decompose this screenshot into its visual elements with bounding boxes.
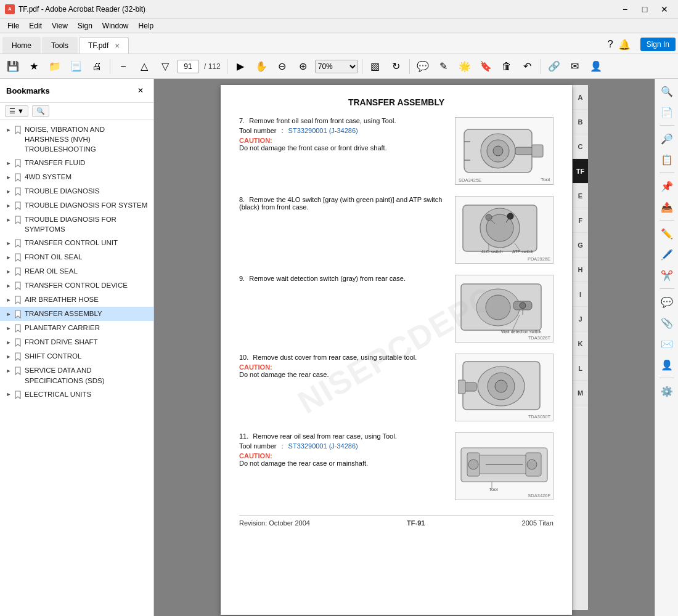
stamp-button[interactable]: 🔖 bbox=[476, 57, 495, 76]
side-letter-tf[interactable]: TF bbox=[573, 159, 588, 184]
sidebar-search-button[interactable]: 🔍 bbox=[32, 105, 49, 117]
bookmark-icon bbox=[14, 187, 22, 197]
open-button[interactable]: 📁 bbox=[46, 57, 64, 76]
sidebar-view-button[interactable]: ☰ ▼ bbox=[5, 105, 28, 117]
bookmark-item[interactable]: ► TRANSFER CONTROL DEVICE bbox=[0, 278, 153, 293]
undo-button[interactable]: ↶ bbox=[518, 57, 537, 76]
tab-tfpdf[interactable]: TF.pdf ✕ bbox=[79, 37, 129, 54]
star-button[interactable]: ★ bbox=[25, 57, 43, 76]
side-letter-l[interactable]: L bbox=[573, 356, 588, 381]
menu-file[interactable]: File bbox=[2, 20, 24, 31]
bookmark-icon bbox=[14, 390, 22, 400]
bookmark-item[interactable]: ► TRANSFER CONTROL UNIT bbox=[0, 236, 153, 250]
print-button[interactable]: 🖨 bbox=[88, 57, 106, 76]
bookmark-item[interactable]: ► AIR BREATHER HOSE bbox=[0, 293, 153, 307]
link-button[interactable]: 🔗 bbox=[545, 57, 563, 76]
tab-tools[interactable]: Tools bbox=[42, 37, 78, 54]
zoom-select[interactable]: 70% 50% 75% 100% 125% 150% bbox=[315, 60, 358, 73]
bookmark-item[interactable]: ► PLANETARY CARRIER bbox=[0, 321, 153, 335]
side-letter-g[interactable]: G bbox=[573, 233, 588, 257]
menu-sign[interactable]: Sign bbox=[73, 20, 97, 31]
select-tool-button[interactable]: ▶ bbox=[231, 57, 250, 76]
bookmark-item[interactable]: ► NOISE, VIBRATION AND HARSHNESS (NVH) T… bbox=[0, 123, 153, 156]
right-mail-btn[interactable]: ✉️ bbox=[657, 334, 677, 354]
side-letter-i[interactable]: I bbox=[573, 282, 588, 307]
delete-button[interactable]: 🗑 bbox=[497, 57, 516, 76]
right-comment-btn[interactable]: 💬 bbox=[657, 292, 677, 312]
menu-help[interactable]: Help bbox=[134, 20, 159, 31]
right-settings-btn[interactable]: ⚙️ bbox=[657, 381, 677, 401]
bookmark-item[interactable]: ► SHIFT CONTROL bbox=[0, 349, 153, 363]
right-cut-btn[interactable]: ✂️ bbox=[657, 265, 677, 285]
bookmark-item[interactable]: ► 4WD SYSTEM bbox=[0, 170, 153, 184]
right-bookmark-btn[interactable]: 📌 bbox=[657, 176, 677, 196]
tab-home[interactable]: Home bbox=[2, 37, 41, 54]
sign-in-button[interactable]: Sign In bbox=[640, 38, 676, 51]
save-button[interactable]: 💾 bbox=[4, 57, 22, 76]
minimize-button[interactable]: − bbox=[616, 3, 634, 15]
right-page-btn[interactable]: 📄 bbox=[657, 102, 677, 122]
side-letter-b[interactable]: B bbox=[573, 110, 588, 134]
zoom-out-button[interactable]: − bbox=[114, 57, 133, 76]
help-icon[interactable]: ? bbox=[608, 39, 613, 50]
next-page-button[interactable]: ▽ bbox=[156, 57, 174, 76]
comment-button[interactable]: 💬 bbox=[414, 57, 432, 76]
chevron-icon: ► bbox=[5, 309, 12, 319]
hand-tool-button[interactable]: ✋ bbox=[252, 57, 271, 76]
notification-icon[interactable]: 🔔 bbox=[618, 39, 631, 51]
page-area[interactable]: NISEPCDEPC TRANSFER ASSEMBLY 7. Remove f… bbox=[154, 79, 655, 616]
side-letter-j[interactable]: J bbox=[573, 307, 588, 331]
side-letter-k[interactable]: K bbox=[573, 331, 588, 356]
bookmark-icon bbox=[14, 323, 22, 333]
prev-page-button[interactable]: △ bbox=[135, 57, 153, 76]
fit-page-button[interactable]: ▧ bbox=[366, 57, 385, 76]
bookmark-item[interactable]: ► REAR OIL SEAL bbox=[0, 264, 153, 278]
sidebar-close-button[interactable]: ✕ bbox=[134, 84, 147, 97]
bookmark-item[interactable]: ► TROUBLE DIAGNOSIS FOR SYMPTOMS bbox=[0, 213, 153, 236]
right-export-btn[interactable]: 📤 bbox=[657, 197, 677, 217]
right-zoom-btn[interactable]: 🔎 bbox=[657, 129, 677, 148]
maximize-button[interactable]: □ bbox=[636, 3, 653, 15]
menu-window[interactable]: Window bbox=[97, 20, 134, 31]
side-letter-m[interactable]: M bbox=[573, 381, 588, 405]
close-button[interactable]: ✕ bbox=[656, 3, 673, 15]
side-letter-c[interactable]: C bbox=[573, 134, 588, 159]
menu-edit[interactable]: Edit bbox=[24, 20, 47, 31]
right-fit-btn[interactable]: 📋 bbox=[657, 150, 677, 169]
toolbar-sep-1 bbox=[110, 59, 110, 74]
pen-button[interactable]: ✎ bbox=[435, 57, 453, 76]
create-button[interactable]: 📃 bbox=[67, 57, 85, 76]
caution-11: CAUTION: bbox=[239, 452, 447, 460]
bookmark-icon bbox=[14, 158, 22, 168]
bookmark-item[interactable]: ► TROUBLE DIAGNOSIS bbox=[0, 184, 153, 198]
bookmark-item[interactable]: ► TROUBLE DIAGNOSIS FOR SYSTEM bbox=[0, 198, 153, 213]
right-pen-btn[interactable]: ✏️ bbox=[657, 224, 677, 243]
tab-close-icon[interactable]: ✕ bbox=[115, 43, 120, 49]
step-8-num: 8. bbox=[239, 196, 245, 203]
bookmark-item[interactable]: ► FRONT DRIVE SHAFT bbox=[0, 335, 153, 349]
side-letter-e[interactable]: E bbox=[573, 184, 588, 208]
side-letter-h[interactable]: H bbox=[573, 257, 588, 282]
zoom-out2-button[interactable]: ⊖ bbox=[273, 57, 292, 76]
zoom-in-button[interactable]: ⊕ bbox=[294, 57, 312, 76]
toolbar-sep-5 bbox=[541, 59, 541, 74]
bookmark-item[interactable]: ► SERVICE DATA AND SPECIFICATIONS (SDS) bbox=[0, 363, 153, 387]
mail-button[interactable]: ✉ bbox=[566, 57, 584, 76]
bookmark-item[interactable]: ► ELECTRICAL UNITS bbox=[0, 387, 153, 402]
right-search-btn[interactable]: 🔍 bbox=[657, 81, 677, 101]
right-eraser-btn[interactable]: 🖊️ bbox=[657, 245, 677, 264]
step-11-text: Remove rear oil seal from rear case, usi… bbox=[253, 432, 396, 440]
menu-view[interactable]: View bbox=[47, 20, 73, 31]
bookmark-item-active[interactable]: ► TRANSFER ASSEMBLY bbox=[0, 307, 153, 321]
highlight-button[interactable]: 🌟 bbox=[455, 57, 474, 76]
right-share-btn[interactable]: 📎 bbox=[657, 313, 677, 333]
right-user-btn[interactable]: 👤 bbox=[657, 355, 677, 375]
bookmark-item[interactable]: ► FRONT OIL SEAL bbox=[0, 250, 153, 264]
rotate-button[interactable]: ↻ bbox=[387, 57, 406, 76]
page-input[interactable] bbox=[177, 60, 199, 73]
caution-10: CAUTION: bbox=[239, 363, 447, 371]
account-button[interactable]: 👤 bbox=[587, 57, 605, 76]
side-letter-a[interactable]: A bbox=[573, 85, 588, 110]
side-letter-f[interactable]: F bbox=[573, 208, 588, 233]
bookmark-item[interactable]: ► TRANSFER FLUID bbox=[0, 156, 153, 170]
